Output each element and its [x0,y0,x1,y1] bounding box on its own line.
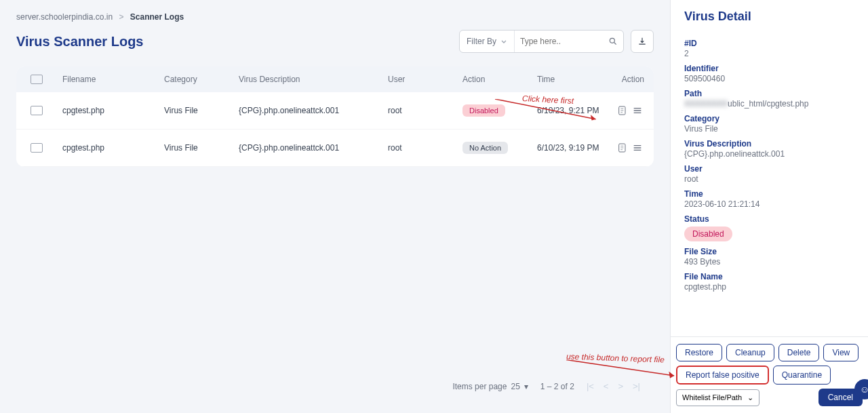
cell-time: 6/10/23, 9:21 PM [532,106,613,115]
status-badge: Disabled [462,104,505,117]
cell-desc: {CPG}.php.onelineattck.001 [233,143,382,153]
search-box: Filter By [459,30,624,53]
search-input[interactable] [515,31,603,52]
table-header: Filename Category Virus Description User… [16,66,654,92]
detail-icon[interactable] [617,142,628,153]
report-false-positive-button[interactable]: Report false positive [676,366,769,385]
row-checkbox[interactable] [31,143,43,153]
search-icon[interactable] [603,37,623,46]
detail-category: Virus File [684,124,854,134]
breadcrumb-current: Scanner Logs [130,12,184,22]
detail-status: Disabled [684,227,732,241]
detail-icon[interactable] [617,105,628,116]
chevron-down-icon: ⌄ [747,393,753,402]
table-row: cpgtest.php Virus File {CPG}.php.oneline… [16,130,654,167]
cell-time: 6/10/23, 9:19 PM [532,143,613,153]
breadcrumb: server.schoolerpindia.co.in > Scanner Lo… [16,12,654,22]
detail-actions: Restore Cleanup Delete View Report false… [671,336,868,413]
detail-identifier: 509500460 [684,74,854,83]
detail-filesize: 493 Bytes [684,257,854,267]
cell-category: Virus File [159,143,233,153]
filter-by-dropdown[interactable]: Filter By [460,31,515,52]
status-badge: No Action [462,142,508,154]
pagination: Items per page 25 ▾ 1 – 2 of 2 |< < > >| [16,372,654,401]
detail-title: Virus Detail [671,0,868,26]
delete-button[interactable]: Delete [778,344,820,361]
restore-button[interactable]: Restore [676,344,722,361]
chevron-down-icon [500,38,507,45]
breadcrumb-link[interactable]: server.schoolerpindia.co.in [16,12,113,22]
download-button[interactable] [631,30,654,53]
svg-line-1 [614,43,616,45]
page-title: Virus Scanner Logs [16,34,143,50]
cleanup-button[interactable]: Cleanup [726,344,774,361]
detail-time: 2023-06-10 21:21:14 [684,199,854,209]
page-size-select[interactable]: 25 [511,382,519,391]
svg-point-0 [610,38,614,43]
menu-icon[interactable] [632,105,643,116]
cell-user: root [382,143,457,153]
view-button[interactable]: View [823,344,859,361]
chevron-down-icon[interactable]: ▾ [524,382,528,391]
page-prev[interactable]: < [604,381,609,391]
detail-path: XXXXXXXXublic_html/cpgtest.php [684,99,854,109]
menu-icon[interactable] [632,142,643,153]
quarantine-button[interactable]: Quarantine [773,366,831,385]
detail-vdesc: {CPG}.php.onelineattck.001 [684,149,854,159]
detail-panel: Virus Detail #ID 2 Identifier 509500460 … [670,0,868,413]
page-first[interactable]: |< [587,381,594,391]
detail-id: 2 [684,49,854,58]
cell-user: root [382,106,457,115]
cell-filename: cpgtest.php [57,143,159,153]
detail-user: root [684,174,854,184]
select-all-checkbox[interactable] [31,75,43,84]
detail-filename: cpgtest.php [684,282,854,292]
page-next[interactable]: > [618,381,623,391]
download-icon [637,37,647,46]
page-range: 1 – 2 of 2 [540,382,574,391]
cell-filename: cpgtest.php [57,106,159,115]
logs-table: Filename Category Virus Description User… [16,66,654,167]
cell-desc: {CPG}.php.onelineattck.001 [233,106,382,115]
whitelist-select[interactable]: Whitelist File/Path ⌄ [676,389,760,406]
table-row: cpgtest.php Virus File {CPG}.php.oneline… [16,92,654,130]
row-checkbox[interactable] [31,106,43,115]
cell-category: Virus File [159,106,233,115]
page-last[interactable]: >| [633,381,640,391]
